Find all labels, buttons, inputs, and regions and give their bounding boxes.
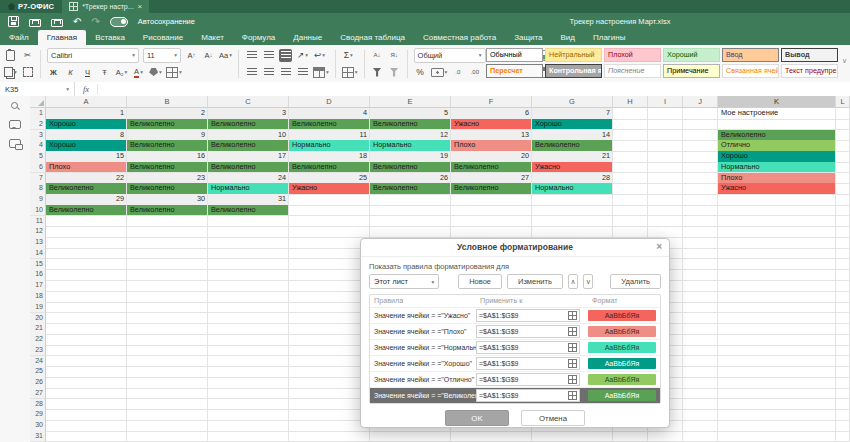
day-number-cell[interactable]: 30 — [127, 194, 208, 206]
cell[interactable] — [718, 334, 836, 346]
cell[interactable] — [836, 313, 850, 325]
rule-range-input[interactable]: =$A$1:$G$9 — [476, 325, 580, 338]
cell[interactable] — [46, 388, 127, 400]
cell[interactable] — [208, 313, 289, 325]
ribbon-tab-вставка[interactable]: Вставка — [86, 30, 134, 45]
cell[interactable] — [613, 151, 648, 163]
cell[interactable] — [289, 399, 370, 411]
subscript-button[interactable]: А₂▾ — [115, 66, 128, 79]
cell[interactable] — [289, 248, 370, 260]
column-header-C[interactable]: C — [208, 96, 289, 108]
row-header-20[interactable]: 20 — [30, 313, 46, 325]
cell[interactable] — [46, 399, 127, 411]
row-header-6[interactable]: 6 — [30, 162, 46, 174]
cell[interactable] — [127, 291, 208, 303]
cell[interactable] — [648, 205, 683, 217]
cell[interactable] — [683, 291, 718, 303]
row-header-5[interactable]: 5 — [30, 151, 46, 163]
ok-button[interactable]: OK — [445, 410, 509, 426]
gallery-more-icon[interactable]: ∨ — [842, 57, 847, 65]
rule-range-input[interactable]: =$A$1:$G$9 — [476, 357, 580, 370]
day-number-cell[interactable]: 24 — [208, 173, 289, 185]
cell[interactable] — [718, 323, 836, 335]
cell[interactable] — [836, 140, 850, 152]
cell[interactable] — [289, 313, 370, 325]
column-header-B[interactable]: B — [127, 96, 208, 108]
cell[interactable] — [683, 313, 718, 325]
column-header-H[interactable]: H — [613, 96, 648, 108]
select-all-corner[interactable] — [30, 96, 46, 108]
cell[interactable] — [532, 216, 613, 228]
column-header-F[interactable]: F — [451, 96, 532, 108]
cell[interactable] — [836, 162, 850, 174]
cell[interactable] — [46, 291, 127, 303]
ribbon-tab-макет[interactable]: Макет — [192, 30, 233, 45]
ribbon-tab-защита[interactable]: Защита — [505, 30, 551, 45]
cell-style-ввод[interactable]: Ввод — [722, 48, 779, 62]
cell[interactable] — [532, 194, 613, 206]
cell[interactable] — [208, 323, 289, 335]
cell[interactable] — [718, 205, 836, 217]
cell-style-плохой[interactable]: Плохой — [604, 48, 661, 62]
cell[interactable] — [127, 420, 208, 432]
cell[interactable] — [683, 173, 718, 185]
cell[interactable] — [718, 377, 836, 389]
mood-cell[interactable]: Хорошо — [46, 140, 127, 152]
row-header-24[interactable]: 24 — [30, 356, 46, 368]
font-name-combo[interactable]: Calibri▾ — [47, 48, 139, 63]
cell[interactable] — [289, 388, 370, 400]
cell[interactable] — [718, 409, 836, 421]
cell[interactable] — [683, 420, 718, 432]
mood-cell[interactable]: Хорошо — [532, 119, 613, 131]
cell[interactable] — [127, 399, 208, 411]
cell[interactable] — [836, 130, 850, 142]
cell[interactable] — [208, 226, 289, 238]
mood-cell[interactable]: Великолепно — [289, 119, 370, 131]
cell[interactable] — [683, 377, 718, 389]
cell[interactable] — [46, 420, 127, 432]
cell[interactable] — [683, 409, 718, 421]
cell[interactable] — [683, 431, 718, 442]
mood-cell[interactable]: Хорошо — [718, 151, 836, 163]
row-header-3[interactable]: 3 — [30, 130, 46, 142]
cell[interactable] — [683, 366, 718, 378]
cell[interactable] — [648, 431, 683, 442]
cell[interactable] — [370, 205, 451, 217]
cell[interactable] — [718, 280, 836, 292]
row-header-17[interactable]: 17 — [30, 280, 46, 292]
cell[interactable] — [836, 237, 850, 249]
cell[interactable] — [718, 259, 836, 271]
day-number-cell[interactable]: 14 — [532, 130, 613, 142]
align-bottom-icon[interactable] — [279, 49, 292, 62]
cell[interactable] — [289, 356, 370, 368]
cell[interactable] — [836, 291, 850, 303]
mood-cell[interactable]: Великолепно — [208, 162, 289, 174]
cell[interactable] — [289, 194, 370, 206]
name-box-chevron-icon[interactable]: ▾ — [66, 86, 69, 92]
increase-decimal-button[interactable]: .00 — [468, 66, 481, 79]
align-justify-icon[interactable] — [296, 66, 309, 79]
row-header-23[interactable]: 23 — [30, 345, 46, 357]
cell[interactable] — [46, 216, 127, 228]
increase-font-button[interactable]: А↑ — [185, 49, 198, 62]
cell[interactable] — [683, 226, 718, 238]
cell[interactable] — [718, 291, 836, 303]
mood-cell[interactable]: Великолепно — [370, 162, 451, 174]
mood-cell[interactable]: Великолепно — [370, 119, 451, 131]
cell[interactable] — [289, 409, 370, 421]
cell[interactable] — [127, 226, 208, 238]
cell[interactable] — [289, 269, 370, 281]
cell[interactable] — [370, 194, 451, 206]
range-picker-icon[interactable] — [568, 311, 577, 320]
cell[interactable] — [208, 388, 289, 400]
row-header-19[interactable]: 19 — [30, 302, 46, 314]
cell[interactable] — [683, 323, 718, 335]
font-color-button[interactable]: А▾ — [132, 66, 145, 79]
cell[interactable] — [683, 183, 718, 195]
cell[interactable] — [718, 356, 836, 368]
cell[interactable] — [46, 323, 127, 335]
cell[interactable] — [718, 366, 836, 378]
cell[interactable] — [208, 291, 289, 303]
filter-icon[interactable] — [371, 66, 384, 79]
ribbon-tab-вид[interactable]: Вид — [552, 30, 584, 45]
